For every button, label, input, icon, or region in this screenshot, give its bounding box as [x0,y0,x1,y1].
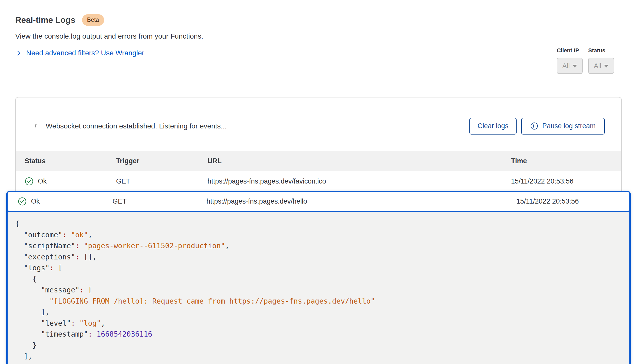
client-ip-filter-label: Client IP [557,47,583,54]
selected-log-row[interactable]: Ok GET https://pages-fns.pages.dev/hello… [8,192,629,212]
wrangler-link-label: Need advanced filters? Use Wrangler [26,49,144,57]
status-filter-label: Status [588,47,614,54]
url-cell: https://pages-fns.pages.dev/favicon.ico [208,177,511,185]
page-subtitle: View the console.log output and errors f… [15,32,203,40]
clear-logs-button[interactable]: Clear logs [469,118,517,135]
caret-down-icon [572,65,577,68]
expanded-log-entry: Ok GET https://pages-fns.pages.dev/hello… [6,191,631,364]
log-filters: Client IP All Status All [557,47,614,74]
page-title: Real-time Logs [15,15,75,25]
time-cell: 15/11/2022 20:53:56 [511,177,621,185]
time-cell: 15/11/2022 20:53:56 [516,197,629,205]
log-detail-json: { "outcome": "ok", "scriptName": "pages-… [8,212,629,364]
logs-card: Websocket connection established. Listen… [15,97,622,191]
beta-badge: Beta [82,14,104,26]
header-cell-status: Status [25,157,116,165]
trigger-cell: GET [113,197,206,205]
status-filter[interactable]: All [588,58,614,74]
status-cell: Ok [31,197,40,205]
log-row[interactable]: Ok GET https://pages-fns.pages.dev/favic… [16,171,621,192]
chevron-right-icon [15,50,22,57]
websocket-status-text: Websocket connection established. Listen… [46,122,227,130]
status-ok-icon [18,197,27,206]
logs-toolbar: Websocket connection established. Listen… [16,97,621,151]
pause-button-label: Pause log stream [542,122,596,130]
trigger-cell: GET [116,177,208,185]
pause-log-stream-button[interactable]: Pause log stream [521,118,605,135]
page-header: Real-time Logs Beta View the console.log… [15,14,203,57]
logs-table-header: Status Trigger URL Time [16,151,621,171]
status-filter-value: All [594,62,601,70]
status-cell: Ok [38,177,47,185]
client-ip-filter[interactable]: All [557,58,583,74]
wrangler-link[interactable]: Need advanced filters? Use Wrangler [15,49,144,57]
spinner-icon [34,123,41,129]
status-ok-icon [25,177,34,186]
pause-icon [530,122,538,130]
caret-down-icon [604,65,609,68]
client-ip-filter-value: All [562,62,570,70]
header-cell-trigger: Trigger [116,157,208,165]
header-cell-url: URL [208,157,511,165]
realtime-logs-page: Real-time Logs Beta View the console.log… [0,0,637,364]
url-cell: https://pages-fns.pages.dev/hello [206,197,516,205]
header-cell-time: Time [511,157,621,165]
